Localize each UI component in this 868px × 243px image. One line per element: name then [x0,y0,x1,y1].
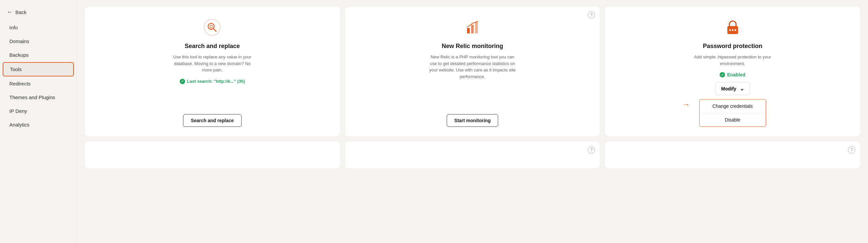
arrow-indicator: → [683,100,690,109]
cards-top-row: Search and replace Use this tool to repl… [85,7,860,136]
search-replace-icon [202,18,222,37]
svg-line-2 [214,29,216,31]
password-protection-icon [723,18,743,37]
new-relic-help-icon[interactable]: ? [588,11,595,19]
back-arrow-icon: ← [7,9,13,16]
bottom-card-1 [85,142,340,168]
svg-rect-3 [467,28,470,33]
sidebar-item-backups[interactable]: Backups [3,48,74,61]
new-relic-card: ? New Relic monitoring New Relic is a PH… [345,7,600,136]
bottom-card-3: ? [605,142,860,168]
chevron-down-icon: ⌄ [740,85,744,92]
sidebar: ← Back Info Domains Backups Tools Redire… [0,0,77,243]
main-content: Search and replace Use this tool to repl… [77,0,868,243]
enabled-checkmark-icon: ✓ [720,72,725,77]
search-replace-status: ✓ Last search: "http://k..." (35) [180,79,245,84]
password-protection-card: Password protection Add simple .htpasswd… [605,7,860,136]
search-replace-card: Search and replace Use this tool to repl… [85,7,340,136]
sidebar-item-themes-plugins[interactable]: Themes and Plugins [3,91,74,104]
enabled-badge: ✓ Enabled [720,72,745,77]
disable-item[interactable]: Disable [700,113,766,127]
sidebar-item-domains[interactable]: Domains [3,35,74,48]
new-relic-icon [462,18,483,37]
svg-point-8 [732,29,733,31]
sidebar-item-ip-deny[interactable]: IP Deny [3,104,74,117]
search-replace-title: Search and replace [185,43,240,50]
new-relic-description: New Relic is a PHP monitoring tool you c… [429,54,516,80]
cards-bottom-row: ? ? [85,142,860,168]
bottom-card-2: ? [345,142,600,168]
bottom-card-3-help-icon[interactable]: ? [848,146,855,153]
back-button[interactable]: ← Back [0,6,76,21]
svg-rect-5 [475,22,478,33]
modify-dropdown-menu: Change credentials Disable [699,99,766,127]
search-replace-description: Use this tool to replace any value in yo… [169,54,256,73]
sidebar-item-analytics[interactable]: Analytics [3,118,74,131]
password-protection-description: Add simple .htpasswd protection to your … [689,54,776,67]
bottom-card-2-help-icon[interactable]: ? [588,146,595,153]
svg-point-7 [729,29,731,31]
start-monitoring-button[interactable]: Start monitoring [447,114,498,127]
password-protection-title: Password protection [703,43,763,50]
new-relic-title: New Relic monitoring [442,43,503,50]
sidebar-item-redirects[interactable]: Redirects [3,77,74,90]
search-replace-button[interactable]: Search and replace [183,114,241,127]
modify-dropdown-button[interactable]: Modify ⌄ [716,82,750,95]
back-label: Back [16,9,26,15]
sidebar-item-info[interactable]: Info [3,21,74,34]
sidebar-nav: Info Domains Backups Tools Redirects The… [0,21,76,131]
svg-rect-4 [471,25,474,33]
change-credentials-item[interactable]: Change credentials [700,100,766,113]
status-checkmark-icon: ✓ [180,79,185,84]
svg-point-9 [734,29,736,31]
arrow-right-icon: → [683,100,690,109]
sidebar-item-tools[interactable]: Tools [3,62,74,76]
